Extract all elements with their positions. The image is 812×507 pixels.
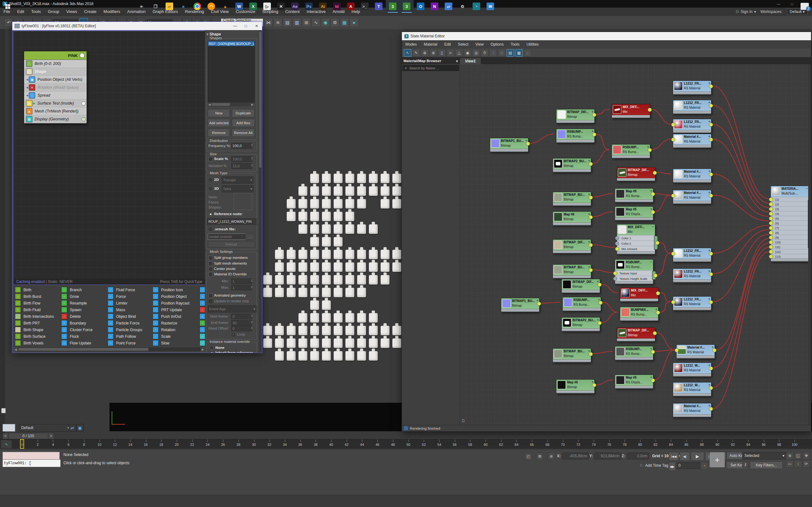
material-node-mat4[interactable]: Material #...RS Material+ [676,344,715,359]
material-node-fr1[interactable]: L1212_FR...RS Material+ [673,80,711,95]
depot-birth-voxels[interactable]: ⁘Birth Voxels [15,340,44,346]
node-output-dot[interactable] [709,137,713,142]
depot-item-clipped[interactable]: ⁘ [200,314,205,320]
depot-flow-update[interactable]: ⁘Flow Update [61,340,91,346]
depot-flock[interactable]: ⁘Flock [61,333,79,339]
time-slider-marker[interactable] [20,439,24,449]
event-node-header[interactable]: PINK [24,51,87,60]
delete-selected-icon[interactable]: ▯ [438,49,446,57]
node-output-dot[interactable] [655,241,659,245]
material-node-bbu_b[interactable]: BITMAP_BU...Bitmap+ [553,264,591,279]
taskbar-app-mail[interactable]: ✉ [484,0,497,13]
menu-file[interactable]: File [0,8,14,16]
material-node-dif_red_b[interactable]: BITMAP_DIF...Bitmap+ [617,327,655,342]
current-frame-field[interactable]: 0 [677,462,701,469]
depot-horizontal-scrollbar[interactable]: ◀ ▶ [14,347,205,351]
material-node-rsb_d[interactable]: RSBUMP...RS Bump...+ [562,297,601,311]
render-setup-icon[interactable]: ⚙ [331,18,339,27]
frame-counter[interactable]: 0 / 100 [8,433,48,439]
depot-position-icon[interactable]: ⁘Position Icon [153,287,183,293]
depot-slow[interactable]: ⁘Slow [153,340,169,346]
material-node-mat2[interactable]: Material #...RS Material+ [673,169,711,183]
depot-prt-update[interactable]: ⁘PRT Update [153,307,182,313]
tyflow-close-button[interactable]: ✕ [251,22,262,30]
slot-input-dot[interactable] [769,255,773,259]
node-output-dot[interactable] [709,251,713,256]
maximize-button[interactable]: □ [785,0,799,8]
material-node-map6_a[interactable]: Map #6Bitmap+ [553,211,591,226]
material-node-mat3[interactable]: Material #...RS Material+ [673,190,711,204]
curve-editor-icon[interactable]: ∿ [311,18,320,27]
tyflow-minimize-button[interactable]: — [230,22,241,30]
zoom-region-icon[interactable]: ◱ [794,452,802,459]
taskbar-app-edge[interactable]: e [176,0,190,13]
show-large-icon[interactable]: ∷ [498,49,506,57]
material-node-rsb_b[interactable]: RSBUMP...RS Bump...+ [612,144,650,158]
taskbar-app-onenote[interactable]: N [427,0,442,13]
node-output-dot[interactable] [709,300,713,304]
node-collapse-icon[interactable]: − [650,260,652,264]
listener-input-box[interactable] [3,452,60,459]
multisub-slot-5[interactable]: (5) [771,216,809,221]
taskbar-app-settings[interactable]: ⚙ [455,0,469,13]
timeline-ruler[interactable]: 0246810121416182022242628303234363840424… [0,439,812,449]
node-output-dot[interactable] [651,378,655,383]
taskbar-app-illustrator[interactable]: Ai [316,0,330,13]
material-node-rsb_c[interactable]: Map #5RS Bump...+ [615,188,653,203]
material-node-b1bu_b[interactable]: BITMAP1_BU...Bitmap+ [501,298,540,312]
node-output-dot[interactable] [592,113,596,117]
3d-radio[interactable] [208,187,212,191]
selection-region-icon[interactable]: ◰ [525,452,532,460]
scroll-left-icon[interactable]: ◀ [14,347,18,351]
vrmesh-radio[interactable] [208,227,212,231]
slot-input-dot[interactable] [613,271,617,275]
material-node-map5_a[interactable]: Map #5RS Displa...+ [615,206,653,221]
node-input-dot[interactable] [671,123,675,127]
center-pivots-checkbox[interactable] [208,267,213,271]
taskbar-app-media-player[interactable]: ▷ [260,0,274,13]
node-output-dot[interactable] [648,148,652,152]
slate-menu-edit[interactable]: Edit [441,40,455,49]
material-node-rsb_e[interactable]: RSBUMP...RS Bump...+ [615,346,653,360]
scroll-right-icon[interactable]: ▶ [251,103,254,106]
node-output-dot[interactable] [598,283,602,287]
multisub-slot-2[interactable]: (2) [771,202,809,206]
material-node-mat1[interactable]: Material #...RS Material+ [673,134,711,148]
operator-surface[interactable]: ▤▶Surface Test (Inside) [24,100,87,107]
show-small-icon[interactable]: ∶ [490,49,497,57]
show-checker-icon[interactable]: ◎ [472,49,480,57]
operator-shape[interactable]: ◻Shape [24,68,87,76]
material-node-fr4[interactable]: L1212_FR...RS Material+ [673,248,711,262]
zoom-region-icon[interactable]: ◌ [524,49,531,57]
slot-input-dot[interactable] [769,216,773,221]
node-output-dot[interactable] [651,210,655,214]
node-collapse-icon[interactable]: − [652,225,654,228]
add-files-button[interactable]: Add files [232,119,255,127]
event-node-pink[interactable]: PINK ⁙Birth (0-0: 200)◻Shape◀▣Position O… [24,51,87,124]
node-output-dot[interactable] [656,311,660,315]
split-group-checkbox[interactable] [208,256,213,260]
slate-menu-tools[interactable]: Tools [507,40,523,49]
slot-input-dot[interactable] [769,250,773,254]
depot-item-clipped[interactable]: ⁘ [200,293,205,299]
lightbulb-icon[interactable] [80,53,85,58]
key-filters-icon[interactable]: ⚷ [742,461,749,468]
multisub-slot-1[interactable]: (1) [771,197,809,202]
slot-input-dot[interactable] [613,277,617,281]
y-coordinate-field[interactable]: 923,884cm [595,452,621,459]
prev-frame-button[interactable]: < [3,433,8,439]
taskbar-app-acrobat[interactable]: A [344,0,358,13]
taskbar-app-file-explorer[interactable]: ▱ [162,0,176,13]
scrollbar-thumb[interactable] [212,103,230,106]
state-set-dropdown[interactable]: Default▾ [19,424,72,432]
menu-tools[interactable]: Tools [28,8,44,16]
material-node-dif_red_a[interactable]: BITMAP_DIF...Bitmap+ [617,167,655,181]
depot-resample[interactable]: ⁘Resample [61,300,87,306]
taskbar-app-firefox[interactable]: ◠ [204,0,218,13]
depot-birth-fluid[interactable]: ⁘Birth Fluid [15,307,41,313]
slot-input-dot[interactable] [769,226,773,230]
multisub-slot-11[interactable]: (11) [771,244,809,249]
taskbar-app-outlook[interactable]: O [414,0,427,13]
material-node-rsb_a[interactable]: RSBUMP...RS Bump...+ [556,129,595,143]
depot-mass[interactable]: ⁘Mass [107,307,125,313]
